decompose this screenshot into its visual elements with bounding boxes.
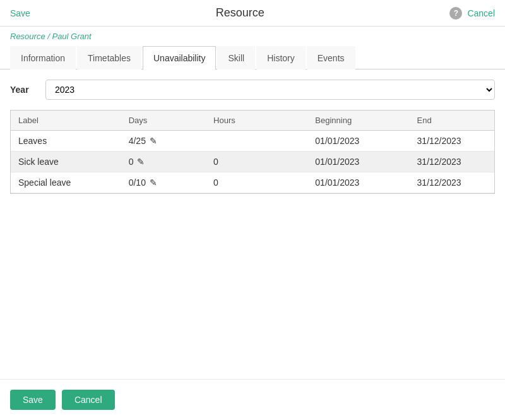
row-hours — [206, 131, 307, 152]
days-value: 4/25 — [129, 136, 146, 146]
tab-events[interactable]: Events — [307, 46, 355, 69]
unavailability-table-wrapper: Label Days Hours Beginning End Leaves4/2… — [10, 110, 495, 194]
top-bar: Save Resource ? Cancel — [0, 0, 505, 27]
row-label: Sick leave — [11, 152, 121, 172]
year-label: Year — [10, 85, 35, 95]
row-beginning: 01/01/2023 — [307, 152, 409, 172]
row-end: 31/12/2023 — [410, 172, 494, 193]
edit-icon[interactable]: ✎ — [150, 177, 157, 188]
tab-information[interactable]: Information — [10, 46, 76, 69]
row-end: 31/12/2023 — [410, 152, 494, 172]
edit-icon[interactable]: ✎ — [150, 136, 157, 146]
row-days: 4/25✎ — [121, 131, 206, 152]
tab-timetables[interactable]: Timetables — [77, 46, 141, 69]
content-area: Year 2021 2022 2023 2024 Label Days Hour… — [0, 69, 505, 379]
row-days: 0/10✎ — [121, 172, 206, 193]
unavailability-table: Label Days Hours Beginning End Leaves4/2… — [11, 111, 494, 193]
row-hours: 0 — [206, 172, 307, 193]
col-beginning: Beginning — [307, 111, 409, 131]
table-row: Leaves4/25✎01/01/202331/12/2023 — [11, 131, 494, 152]
col-end: End — [410, 111, 494, 131]
breadcrumb: Resource / Paul Grant — [0, 27, 505, 46]
row-beginning: 01/01/2023 — [307, 131, 409, 152]
page-title: Resource — [216, 6, 264, 20]
table-row: Sick leave0✎001/01/202331/12/2023 — [11, 152, 494, 172]
cancel-button[interactable]: Cancel — [62, 390, 115, 410]
tab-bar: Information Timetables Unavailability Sk… — [0, 46, 505, 69]
top-cancel-button[interactable]: Cancel — [467, 8, 495, 18]
help-icon[interactable]: ? — [449, 7, 462, 20]
days-value: 0 — [129, 157, 134, 167]
col-hours: Hours — [206, 111, 307, 131]
col-label: Label — [11, 111, 121, 131]
top-bar-right: ? Cancel — [449, 7, 495, 20]
col-days: Days — [121, 111, 206, 131]
save-button[interactable]: Save — [10, 390, 56, 410]
days-value: 0/10 — [129, 177, 146, 188]
row-label: Leaves — [11, 131, 121, 152]
row-end: 31/12/2023 — [410, 131, 494, 152]
bottom-bar: Save Cancel — [0, 379, 505, 420]
tab-history[interactable]: History — [256, 46, 306, 69]
edit-icon[interactable]: ✎ — [137, 157, 145, 167]
row-days: 0✎ — [121, 152, 206, 172]
table-row: Special leave0/10✎001/01/202331/12/2023 — [11, 172, 494, 193]
top-save-button[interactable]: Save — [10, 8, 30, 18]
row-hours: 0 — [206, 152, 307, 172]
row-label: Special leave — [11, 172, 121, 193]
tab-unavailability[interactable]: Unavailability — [143, 46, 216, 69]
row-beginning: 01/01/2023 — [307, 172, 409, 193]
tab-skill[interactable]: Skill — [217, 46, 255, 69]
year-select[interactable]: 2021 2022 2023 2024 — [45, 80, 495, 100]
year-row: Year 2021 2022 2023 2024 — [10, 80, 495, 100]
